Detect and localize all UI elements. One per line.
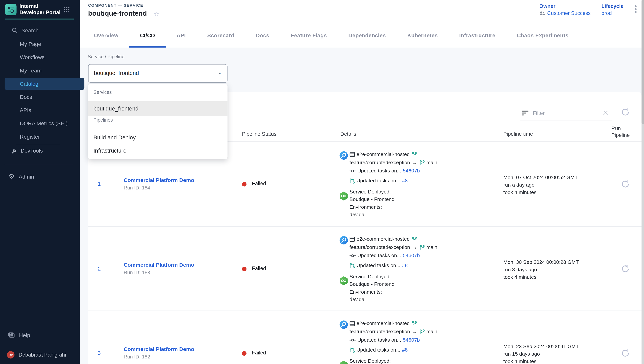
sidebar-item-catalog[interactable]: Catalog (4, 78, 84, 90)
table-row: 3 Commercial Platform Demo Run ID: 182 F… (88, 311, 642, 364)
column-header-details: Details (340, 131, 356, 137)
pipeline-time: Mon, 30 Sep 2024 00:00:28 GMT run 8 days… (504, 258, 579, 281)
commit-link[interactable]: 54607b (403, 168, 420, 174)
column-header-pipeline-time: Pipeline time (504, 131, 533, 137)
tab-feature-flags[interactable]: Feature Flags (280, 23, 338, 48)
sidebar-divider (16, 144, 60, 144)
sidebar-item-workflows[interactable]: Workflows (20, 53, 44, 62)
branch-to: main (426, 160, 437, 165)
scrollbar-thumb[interactable] (641, 0, 644, 124)
pr-link[interactable]: #8 (402, 347, 408, 353)
tab-api[interactable]: API (166, 23, 196, 48)
pr-link[interactable]: #8 (402, 263, 408, 268)
status-dot-failed (242, 182, 246, 186)
commit-link[interactable]: 54607b (403, 253, 420, 258)
favorite-star-icon[interactable]: ☆ (154, 11, 159, 18)
commit-link[interactable]: 54607b (403, 337, 420, 343)
branch-from: feature/corruptedexception (350, 329, 410, 334)
sidebar-item-apis[interactable]: APIs (20, 106, 31, 114)
git-branch-icon (411, 236, 417, 242)
sidebar-item-register[interactable]: Register (20, 133, 40, 141)
commit-message: Updated tasks on... (357, 337, 401, 343)
more-options-button[interactable] (634, 5, 637, 12)
arrow-right-icon: → (412, 244, 417, 250)
lifecycle-label: Lifecycle (601, 3, 624, 9)
arrow-right-icon: → (412, 329, 417, 334)
commit-message: Updated tasks on... (357, 168, 401, 174)
rerun-pipeline-icon[interactable] (621, 180, 630, 189)
tab-kubernetes[interactable]: Kubernetes (396, 23, 448, 48)
branch-to: main (426, 329, 437, 334)
sidebar-item-search[interactable]: Search (12, 27, 38, 34)
deploy-env-values: dev,qa (350, 296, 364, 303)
column-header-pipeline-status: Pipeline Status (242, 131, 276, 137)
dropdown-group-pipelines: Pipelines (94, 118, 113, 122)
sidebar-item-admin[interactable]: ⚙ Admin (8, 173, 34, 180)
sidebar-item-devtools[interactable]: DevTools (11, 148, 43, 154)
user-menu[interactable]: DP Debabrata Panigrahi (7, 351, 66, 358)
pipeline-name-link[interactable]: Commercial Platform Demo (124, 262, 194, 268)
sidebar-item-my-team[interactable]: My Team (20, 66, 42, 75)
pr-link[interactable]: #8 (402, 178, 408, 184)
search-label: Search (22, 27, 38, 34)
tab-chaos-experiments[interactable]: Chaos Experiments (506, 23, 579, 48)
branch-from: feature/corruptedexception (350, 244, 410, 250)
pipeline-time: Mon, 23 Sep 2024 00:00:41 GMT run 15 day… (504, 343, 579, 364)
commit-icon (350, 338, 356, 342)
clear-filter-icon[interactable] (603, 110, 608, 116)
tab-scorecard[interactable]: Scorecard (196, 23, 245, 48)
git-branch-icon (419, 329, 425, 334)
caret-up-icon: ▲ (218, 71, 222, 75)
cd-stage-icon (339, 360, 348, 364)
owner-link[interactable]: Customer Success (547, 10, 591, 16)
tab-infrastructure[interactable]: Infrastructure (448, 23, 506, 48)
dropdown-option-boutique-frontend[interactable]: boutique_frontend (88, 101, 228, 116)
vertical-scrollbar[interactable] (641, 0, 644, 364)
admin-label: Admin (19, 174, 34, 180)
tab-overview[interactable]: Overview (83, 23, 129, 48)
rerun-pipeline-icon[interactable] (621, 349, 630, 358)
refresh-icon[interactable] (621, 108, 630, 117)
pr-message: Updated tasks on... (356, 347, 400, 353)
tab-docs[interactable]: Docs (245, 23, 280, 48)
deploy-line: Service Deployed: (350, 188, 391, 196)
deploy-service: Boutique - Frontend (350, 196, 394, 203)
sidebar-accent-divider (5, 18, 74, 19)
filter-icon (522, 110, 529, 116)
pull-request-icon (350, 178, 355, 183)
run-id: Run ID: 184 (124, 185, 150, 190)
filter-input[interactable]: Filter (533, 110, 599, 116)
dropdown-option-build-and-deploy[interactable]: Build and Deploy (88, 131, 228, 144)
rerun-pipeline-icon[interactable] (621, 264, 630, 274)
sidebar-item-dora-metrics[interactable]: DORA Metrics (SEI) (20, 120, 68, 128)
pipeline-name-link[interactable]: Commercial Platform Demo (124, 346, 194, 352)
app-logo[interactable] (5, 4, 17, 15)
cd-stage-icon (339, 192, 348, 201)
pr-message: Updated tasks on... (356, 178, 400, 184)
run-id: Run ID: 182 (124, 354, 150, 360)
app-switcher-icon[interactable] (64, 7, 70, 13)
git-branch-icon (411, 152, 417, 157)
pull-request-icon (350, 263, 355, 268)
help-chat-icon: ? (8, 332, 15, 338)
user-name: Debabrata Panigrahi (18, 352, 66, 358)
sidebar-item-my-page[interactable]: My Page (20, 40, 41, 48)
app-title: Internal Developer Portal (20, 3, 63, 16)
sidebar-item-docs[interactable]: Docs (20, 93, 32, 101)
sidebar-item-help[interactable]: ? Help (8, 332, 30, 338)
repo-icon (350, 321, 355, 326)
lifecycle-value: prod (601, 10, 624, 16)
row-index: 1 (94, 181, 104, 187)
tab-dependencies[interactable]: Dependencies (338, 23, 396, 48)
repo-icon (350, 236, 355, 242)
dropdown-option-infrastructure[interactable]: Infrastructure (88, 144, 228, 158)
pipeline-name-link[interactable]: Commercial Platform Demo (124, 177, 194, 183)
cd-stage-icon (339, 276, 348, 286)
git-branch-icon (419, 244, 425, 250)
arrow-right-icon: → (412, 160, 417, 165)
pipeline-select[interactable]: boutique_frontend ▲ (88, 64, 228, 82)
tab-cicd[interactable]: CI/CD (129, 23, 166, 48)
team-icon (540, 11, 545, 15)
wrench-icon (11, 148, 16, 154)
deploy-env-label: Environments: (350, 288, 382, 296)
